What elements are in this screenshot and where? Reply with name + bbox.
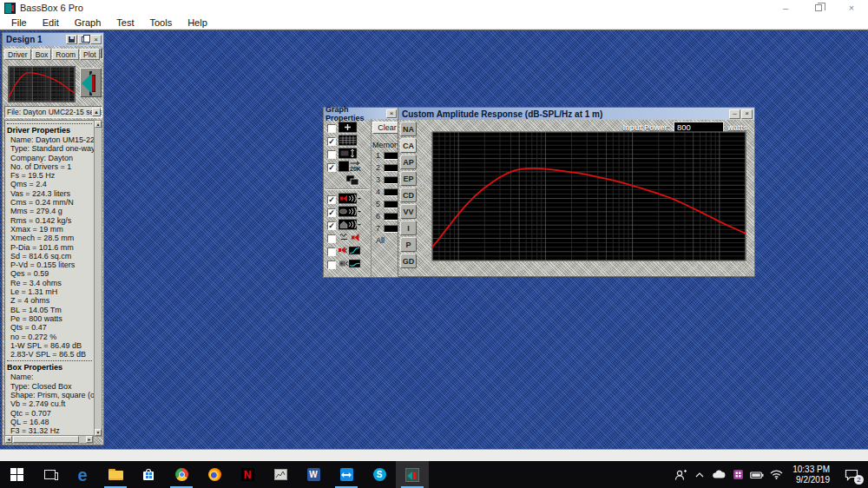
photos-taskbar-icon[interactable] [264, 461, 297, 488]
memory-slot-1[interactable]: 1 [372, 149, 398, 162]
file-scroll-up-button[interactable]: ▲ [92, 108, 101, 116]
design-title: Design 1 [4, 35, 65, 44]
window-controls: – × [769, 0, 868, 16]
graph-titlebar[interactable]: Custom Amplitude Response (dB-SPL/Hz at … [398, 108, 754, 120]
property-line: Xmech = 28.5 mm [7, 234, 94, 242]
palette-titlebar[interactable]: Graph Properties × [324, 108, 398, 119]
teamviewer-taskbar-icon[interactable] [330, 461, 363, 488]
tab-room[interactable]: Room [52, 49, 79, 60]
properties-vertical-scrollbar[interactable]: ▲ ▼ [94, 120, 102, 437]
memory-slot-swatch[interactable] [384, 164, 398, 172]
menu-graph[interactable]: Graph [67, 16, 109, 29]
scroll-left-icon[interactable]: ◄ [5, 436, 12, 443]
task-view-taskbar-icon[interactable] [33, 461, 66, 488]
app-title: BassBox 6 Pro [20, 3, 83, 13]
tab-driver[interactable]: Driver [4, 49, 31, 60]
menu-tools[interactable]: Tools [141, 16, 180, 29]
design-titlebar[interactable]: Design 1 × [3, 33, 103, 46]
battery-icon[interactable] [747, 461, 766, 488]
chrome-taskbar-icon[interactable] [165, 461, 198, 488]
memory-slot-5[interactable]: 5 [372, 198, 398, 210]
bassbox-taskbar-icon[interactable] [396, 461, 429, 488]
box-curve-option[interactable] [324, 258, 371, 271]
onedrive-icon[interactable] [709, 461, 728, 488]
netflix-taskbar-icon[interactable]: N [231, 461, 264, 488]
save-design-button[interactable] [66, 35, 77, 44]
overlay-windows-icon[interactable] [324, 174, 371, 186]
memory-slot-swatch[interactable] [384, 176, 398, 184]
close-graph-button[interactable]: × [741, 109, 753, 119]
scroll-up-icon[interactable]: ▲ [95, 121, 102, 128]
crosshair-checkbox[interactable] [327, 124, 336, 133]
driver-file-selector[interactable]: File: Dayton UMC22-15 sealed ▲ [4, 106, 102, 118]
firefox-taskbar-icon[interactable] [198, 461, 231, 488]
driver-curve-checkbox[interactable] [327, 247, 336, 256]
menu-file[interactable]: File [3, 16, 35, 29]
clock-date: 9/2/2019 [792, 475, 830, 485]
memory-slot-swatch[interactable] [384, 188, 398, 196]
close-button[interactable]: × [835, 0, 868, 16]
range-20k-icon: 20K [339, 160, 361, 175]
graph-properties-palette: Graph Properties × ✓✓20K✓✓✓ Clear Memory… [323, 107, 399, 278]
memory-slot-4[interactable]: 4 [372, 186, 398, 198]
memory-slot-2[interactable]: 2 [372, 162, 398, 174]
memory-slot-6[interactable]: 6 [372, 210, 398, 222]
tab-plot[interactable]: Plot [80, 49, 100, 60]
people-icon[interactable] [671, 461, 690, 488]
amplitude-response-chart[interactable]: dB122116110104989286805 Hz10501005001 K5… [411, 129, 749, 274]
vertical-scale-checkbox[interactable] [327, 150, 336, 159]
horizontal-scroll-thumb[interactable] [13, 436, 79, 443]
memory-all-button[interactable]: All [372, 236, 398, 245]
box-acoustic-output-checkbox[interactable]: ✓ [327, 221, 336, 230]
network-response-checkbox[interactable] [327, 234, 336, 243]
skype-taskbar-icon[interactable]: S [363, 461, 396, 488]
memory-slot-3[interactable]: 3 [372, 174, 398, 186]
hidden-icons-chevron-icon[interactable] [690, 461, 709, 488]
box-curve-checkbox[interactable] [327, 260, 336, 269]
close-design-button[interactable]: × [90, 35, 102, 44]
restore-icon [815, 4, 822, 11]
property-line: Name: Dayton UM15-22 [7, 135, 94, 144]
file-explorer-taskbar-icon[interactable] [99, 461, 132, 488]
status-bar [0, 449, 868, 461]
plot-color-swatch[interactable] [101, 49, 103, 59]
close-palette-button[interactable]: × [386, 109, 397, 118]
speaker-icon[interactable] [80, 68, 102, 97]
property-line: Fs = 19.5 Hz [7, 171, 94, 180]
mini-plot-preview[interactable] [8, 66, 76, 102]
scroll-down-icon[interactable]: ▼ [95, 429, 102, 436]
range-20k-option[interactable]: ✓20K [324, 161, 371, 174]
property-line: Pe = 800 watts [7, 314, 94, 323]
menu-edit[interactable]: Edit [35, 16, 67, 29]
properties-horizontal-scrollbar[interactable]: ◄ ► [4, 435, 94, 444]
minimize-button[interactable]: – [769, 0, 802, 16]
memory-slot-7[interactable]: 7 [372, 222, 398, 234]
memory-slot-swatch[interactable] [384, 225, 398, 233]
memory-slot-swatch[interactable] [384, 152, 398, 160]
action-center-button[interactable]: 2 [837, 461, 866, 488]
scroll-right-icon[interactable]: ► [86, 436, 93, 443]
svg-text:10 K: 10 K [712, 264, 727, 273]
range-20k-checkbox[interactable]: ✓ [327, 163, 336, 172]
word-taskbar-icon[interactable]: W [297, 461, 330, 488]
wifi-icon[interactable] [766, 461, 786, 488]
restore-button[interactable] [802, 0, 835, 16]
tray-icons [671, 461, 786, 488]
menu-help[interactable]: Help [180, 16, 215, 29]
menu-test[interactable]: Test [108, 16, 141, 29]
microsoft-store-taskbar-icon[interactable] [132, 461, 165, 488]
grid-checkbox[interactable]: ✓ [327, 137, 336, 146]
tab-box[interactable]: Box [32, 49, 52, 60]
driver-acoustic-output-checkbox[interactable]: ✓ [327, 195, 336, 204]
start-taskbar-icon[interactable] [0, 461, 33, 488]
memory-slot-swatch[interactable] [384, 201, 398, 208]
mini-amplitude-chart [9, 67, 75, 102]
system-tray: 10:33 PM 9/2/2019 2 [671, 461, 868, 488]
taskbar-clock[interactable]: 10:33 PM 9/2/2019 [787, 465, 835, 485]
edge-taskbar-icon[interactable]: e [66, 461, 99, 488]
copy-design-button[interactable] [78, 35, 89, 44]
port-acoustic-output-checkbox[interactable]: ✓ [327, 208, 336, 217]
office-app-icon[interactable] [728, 461, 747, 488]
memory-slot-swatch[interactable] [384, 213, 398, 221]
minimize-graph-button[interactable]: – [729, 109, 740, 119]
